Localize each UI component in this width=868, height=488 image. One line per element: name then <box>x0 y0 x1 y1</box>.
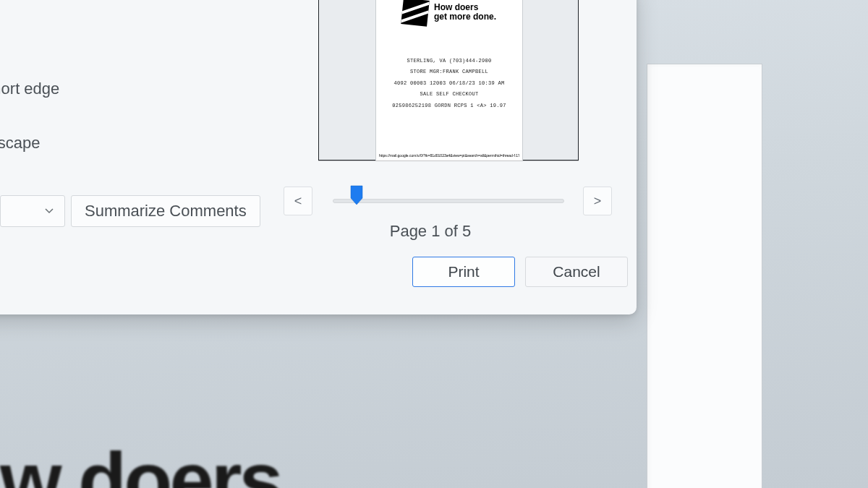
receipt-line: STORE MGR:FRANK CAMPBELL <box>376 67 522 77</box>
print-dialog: ize n short edge andscape Summarize Comm… <box>0 0 637 314</box>
background-headline-fragment: w doers <box>0 434 281 488</box>
home-depot-logo-icon <box>401 0 430 27</box>
chevron-right-icon: > <box>594 194 602 209</box>
print-button-label: Print <box>448 263 479 281</box>
preview-receipt-body: STERLING, VA (703)444-2900 STORE MGR:FRA… <box>376 56 522 111</box>
chevron-down-icon <box>44 206 54 216</box>
receipt-line: STERLING, VA (703)444-2900 <box>376 56 522 67</box>
summarize-comments-label: Summarize Comments <box>85 202 247 221</box>
cancel-button[interactable]: Cancel <box>525 257 628 287</box>
print-button[interactable]: Print <box>412 257 515 287</box>
preview-prev-page-button[interactable]: < <box>284 187 312 215</box>
setting-orientation-fragment: andscape <box>0 134 40 153</box>
cancel-button-label: Cancel <box>553 263 600 281</box>
preview-next-page-button[interactable]: > <box>583 187 612 215</box>
receipt-line: 4092 00003 12003 06/18/23 10:39 AM <box>376 78 522 89</box>
slogan-line2: get more done. <box>434 12 496 22</box>
dialog-action-row: Print Cancel <box>412 257 628 287</box>
preview-page-slider-thumb[interactable] <box>350 185 363 205</box>
preview-slogan: How doers get more done. <box>434 3 496 22</box>
chevron-left-icon: < <box>294 194 302 209</box>
preview-page-slider-track[interactable] <box>333 199 564 203</box>
print-preview-thumbnail: How doers get more done. STERLING, VA (7… <box>318 0 579 160</box>
preview-footer-url: https://mail.google.com/u/0/?ik=81d01023… <box>379 153 519 158</box>
page-indicator: Page 1 of 5 <box>0 222 637 241</box>
preview-page: How doers get more done. STERLING, VA (7… <box>375 0 523 160</box>
receipt-line: 025986252198 GORDN RCPS 1 <A> 19.97 <box>376 100 522 111</box>
receipt-line: SALE SELF CHECKOUT <box>376 89 522 100</box>
setting-duplex-fragment: n short edge <box>0 80 59 98</box>
background-document-page <box>647 64 762 488</box>
